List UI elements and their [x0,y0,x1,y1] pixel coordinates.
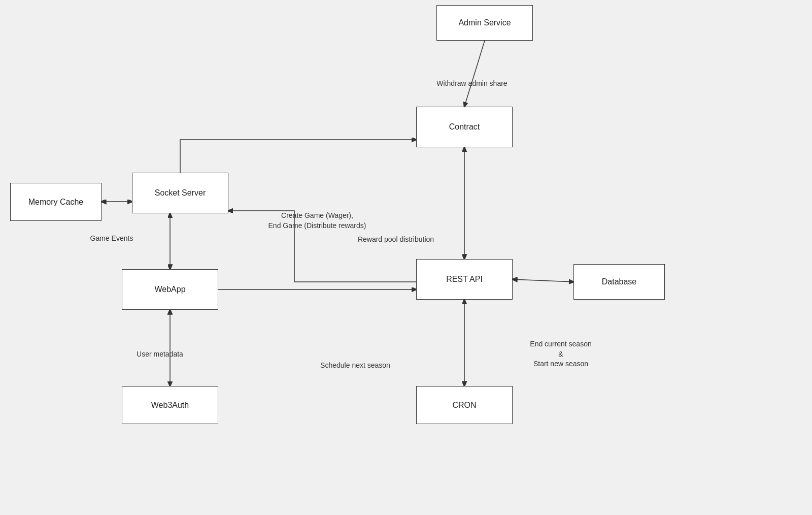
webapp-node: WebApp [122,269,218,310]
svg-line-2 [464,41,485,107]
socket-server-node: Socket Server [132,173,228,213]
memory-cache-node: Memory Cache [10,183,101,221]
withdraw-admin-label: Withdraw admin share [421,79,523,89]
rest-api-node: REST API [416,259,513,300]
contract-node: Contract [416,107,513,147]
user-metadata-label: User metadata [119,349,200,360]
arrows-svg [0,0,812,515]
cron-node: CRON [416,386,513,424]
create-game-label: Create Game (Wager), End Game (Distribut… [249,211,386,231]
game-events-label: Game Events [79,234,145,244]
database-node: Database [573,264,665,300]
diagram: Admin Service Contract Memory Cache Sock… [0,0,812,515]
web3auth-node: Web3Auth [122,386,218,424]
schedule-next-label: Schedule next season [304,361,406,371]
reward-pool-label: Reward pool distribution [340,235,452,245]
end-current-label: End current season & Start new season [513,339,609,369]
admin-service-node: Admin Service [436,5,533,41]
svg-line-7 [513,279,573,282]
